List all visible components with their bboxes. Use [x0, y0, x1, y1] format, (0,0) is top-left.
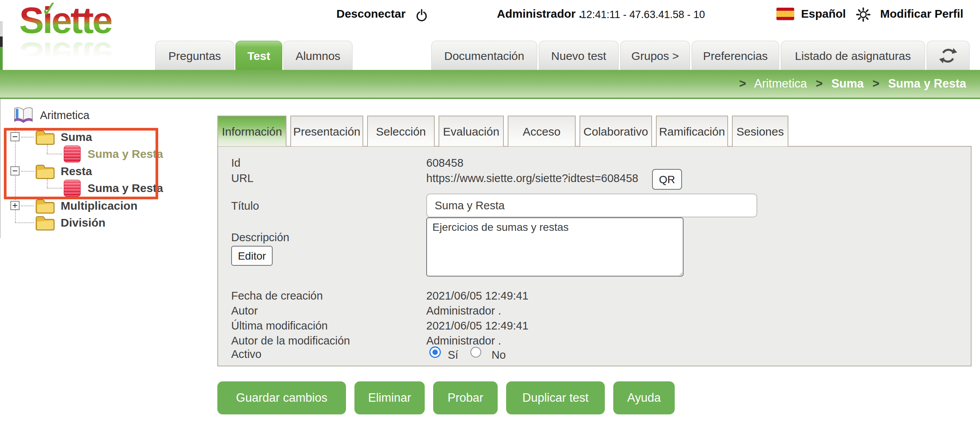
expander-resta[interactable] [10, 166, 20, 176]
tree-connector [47, 188, 62, 189]
tab-preferencias[interactable]: Preferencias [692, 41, 779, 70]
guardar-cambios-button[interactable]: Guardar cambios [217, 381, 346, 414]
probar-button[interactable]: Probar [433, 381, 498, 414]
tree-item-suma-y-resta-selected[interactable]: Suma y Resta [88, 146, 163, 162]
tree-connector [47, 154, 62, 154]
field-value-url: https://www.siette.org/siette?idtest=608… [426, 171, 638, 186]
tree-connector [21, 171, 34, 172]
breadcrumb-bar: > Aritmetica > Suma > Suma y Resta [0, 70, 980, 99]
field-value-ultima-modificacion: 2021/06/05 12:49:41 [426, 318, 528, 333]
siette-logo[interactable]: Siette Siette ✓ [19, 2, 134, 59]
tree-connector [47, 179, 48, 188]
field-label-descripcion: Descripción [231, 230, 290, 245]
tab-evaluacion[interactable]: Evaluación [439, 116, 504, 146]
breadcrumb-separator: > [816, 77, 823, 90]
spain-flag-icon[interactable] [776, 8, 794, 20]
tab-documentacion[interactable]: Documentación [431, 41, 537, 70]
field-label-activo: Activo [231, 346, 262, 362]
test-info-panel: Id 608458 URL https://www.siette.org/sie… [217, 146, 972, 366]
field-label-autor-modificacion: Autor de la modificación [231, 333, 350, 348]
language-label[interactable]: Español [801, 5, 846, 22]
logo-wordmark: Siette [19, 2, 111, 39]
tree-item-multiplicacion[interactable]: Multiplicacion [61, 198, 137, 214]
tab-seleccion[interactable]: Selección [367, 116, 435, 146]
flag-stripe [776, 17, 794, 20]
qr-button[interactable]: QR [652, 169, 682, 190]
flag-stripe [776, 11, 794, 17]
disconnect-link[interactable]: Desconectar [336, 5, 406, 22]
window-edge-artifact [0, 36, 3, 47]
tab-colaborativo[interactable]: Colaborativo [579, 116, 652, 146]
breadcrumb: > Aritmetica > Suma > Suma y Resta [734, 70, 966, 98]
breadcrumb-separator: > [739, 77, 746, 90]
tab-nuevo-test[interactable]: Nuevo test [539, 41, 619, 70]
field-label-fecha-creacion: Fecha de creación [231, 288, 323, 303]
descripcion-textarea[interactable]: Ejercicios de sumas y restas [426, 217, 684, 277]
test-tab-strip: Información Presentación Selección Evalu… [217, 116, 788, 146]
expander-suma[interactable] [10, 132, 20, 141]
folder-icon[interactable] [35, 198, 55, 214]
logo-reflection: Siette [19, 37, 111, 74]
power-icon[interactable] [415, 8, 429, 22]
expander-multiplicacion[interactable] [10, 201, 20, 210]
book-icon[interactable] [13, 106, 34, 124]
tab-acceso[interactable]: Acceso [508, 116, 576, 146]
tab-sesiones[interactable]: Sesiones [732, 116, 788, 146]
activo-radio-no[interactable] [470, 347, 481, 358]
user-name: Administrador . [497, 5, 582, 22]
folder-icon[interactable] [35, 129, 55, 146]
tree-connector [21, 205, 34, 206]
tab-alumnos[interactable]: Alumnos [283, 41, 353, 70]
field-value-autor: Administrador . [426, 303, 501, 318]
main-nav-left: Preguntas Test Alumnos [155, 41, 353, 70]
flag-stripe [776, 8, 794, 11]
activo-option-label-si[interactable]: Sí [448, 347, 458, 363]
test-icon[interactable] [64, 180, 81, 197]
logo-check-icon: ✓ [40, 0, 60, 22]
tree-item-resta[interactable]: Resta [61, 164, 92, 179]
field-value-id: 608458 [426, 155, 464, 171]
eliminar-button[interactable]: Eliminar [354, 381, 425, 414]
activo-option-label-no[interactable]: No [492, 347, 506, 363]
tree-item-division[interactable]: División [61, 215, 106, 230]
refresh-tab[interactable] [927, 41, 970, 70]
titulo-input[interactable] [426, 194, 757, 217]
breadcrumb-item-aritmetica[interactable]: Aritmetica [754, 77, 807, 90]
test-icon[interactable] [64, 146, 81, 162]
tree-item-suma[interactable]: Suma [61, 129, 92, 145]
tree-item-suma-y-resta-2[interactable]: Suma y Resta [88, 181, 163, 196]
field-label-id: Id [231, 155, 240, 171]
field-label-ultima-modificacion: Última modificación [231, 318, 328, 333]
tab-informacion[interactable]: Información [217, 116, 286, 146]
duplicar-test-button[interactable]: Duplicar test [506, 381, 605, 414]
ayuda-button[interactable]: Ayuda [613, 381, 675, 414]
field-value-autor-modificacion: Administrador . [426, 333, 501, 348]
main-nav-right: Documentación Nuevo test Grupos > Prefer… [431, 41, 970, 70]
tree-connector [16, 222, 34, 223]
modify-profile-link[interactable]: Modificar Perfil [880, 5, 963, 22]
course-tree: Aritmetica Suma Suma y Resta Resta Suma … [0, 99, 215, 260]
tab-presentacion[interactable]: Presentación [290, 116, 363, 146]
editor-button[interactable]: Editor [231, 246, 273, 266]
activo-radio-si[interactable] [429, 346, 441, 358]
gear-icon[interactable] [856, 7, 871, 22]
tab-ramificacion[interactable]: Ramificación [656, 116, 728, 146]
field-label-titulo: Título [231, 198, 259, 214]
refresh-icon[interactable] [938, 45, 958, 66]
folder-icon[interactable] [35, 215, 55, 231]
tree-item-aritmetica[interactable]: Aritmetica [40, 108, 89, 123]
tab-grupos[interactable]: Grupos > [620, 41, 690, 70]
field-value-fecha-creacion: 2021/06/05 12:49:41 [426, 288, 528, 303]
tab-preguntas[interactable]: Preguntas [155, 41, 234, 70]
field-label-url: URL [231, 171, 253, 186]
tree-connector [47, 145, 48, 154]
tab-listado-asignaturas[interactable]: Listado de asignaturas [781, 41, 925, 70]
session-info: 12:41:11 - 47.63.41.58 - 10 [581, 6, 705, 23]
window-edge-artifact [0, 21, 3, 36]
breadcrumb-item-suma[interactable]: Suma [831, 77, 864, 90]
action-button-row: Guardar cambios Eliminar Probar Duplicar… [217, 381, 675, 414]
breadcrumb-item-suma-y-resta[interactable]: Suma y Resta [888, 77, 966, 90]
tab-test[interactable]: Test [235, 41, 282, 70]
breadcrumb-separator: > [872, 77, 879, 90]
folder-icon[interactable] [35, 164, 55, 180]
